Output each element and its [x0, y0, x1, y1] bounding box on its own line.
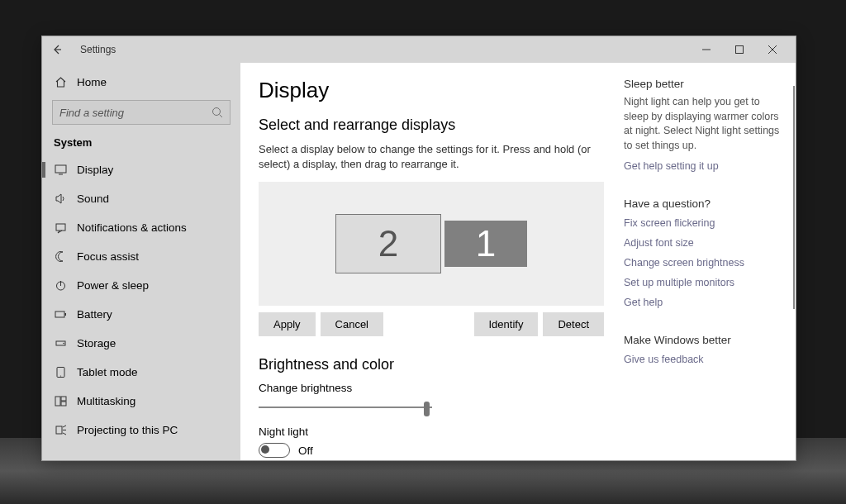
multitask-icon	[54, 395, 67, 407]
sidebar-item-label: Battery	[77, 308, 112, 321]
close-icon	[768, 45, 777, 54]
category-label: System	[42, 131, 240, 155]
svg-rect-0	[736, 46, 744, 54]
svg-rect-14	[56, 426, 62, 434]
rail-link-monitors[interactable]: Set up multiple monitors	[624, 274, 786, 291]
moon-icon	[54, 250, 67, 263]
sidebar-item-label: Display	[77, 164, 113, 176]
rail-link-fontsize[interactable]: Adjust font size	[624, 235, 786, 251]
night-light-toggle[interactable]	[259, 443, 290, 458]
sidebar-item-sound[interactable]: Sound	[42, 184, 240, 213]
svg-rect-6	[64, 313, 66, 316]
svg-point-1	[213, 108, 221, 116]
svg-rect-12	[61, 397, 66, 401]
rail-question-heading: Have a question?	[624, 197, 786, 210]
sidebar-item-multitasking[interactable]: Multitasking	[42, 387, 240, 416]
arrow-left-icon	[51, 44, 63, 55]
storage-icon	[54, 337, 67, 349]
project-icon	[54, 424, 67, 436]
svg-rect-13	[61, 402, 66, 406]
section-rearrange-desc: Select a display below to change the set…	[259, 142, 604, 172]
display-buttons: Apply Cancel Identify Detect	[259, 312, 604, 336]
maximize-button[interactable]	[723, 36, 756, 63]
sidebar-item-label: Notifications & actions	[77, 221, 187, 234]
window-controls	[690, 36, 789, 63]
sidebar-item-display[interactable]: Display	[42, 155, 240, 184]
close-button[interactable]	[756, 36, 789, 63]
sidebar-item-focus-assist[interactable]: Focus assist	[42, 242, 240, 271]
display-2[interactable]: 2	[335, 214, 441, 273]
identify-button[interactable]: Identify	[474, 312, 539, 336]
settings-window: Settings Home System Display	[41, 36, 796, 461]
tablet-icon	[54, 366, 67, 378]
change-brightness-label: Change brightness	[259, 382, 604, 394]
rail-link-gethelp[interactable]: Get help	[624, 294, 786, 311]
sidebar-item-label: Projecting to this PC	[77, 424, 178, 436]
home-button[interactable]: Home	[42, 69, 240, 95]
rail-sleep-body: Night light can help you get to sleep by…	[624, 95, 786, 153]
display-1[interactable]: 1	[444, 221, 527, 267]
power-icon	[54, 279, 67, 292]
rail-sleep-heading: Sleep better	[624, 78, 786, 90]
sidebar-item-label: Sound	[77, 193, 109, 205]
home-icon	[54, 76, 67, 88]
sidebar-item-projecting[interactable]: Projecting to this PC	[42, 416, 240, 445]
minimize-icon	[702, 45, 711, 54]
page-title: Display	[259, 78, 604, 103]
sidebar-item-label: Storage	[77, 337, 116, 349]
apply-button[interactable]: Apply	[259, 312, 316, 336]
rail-link-flickering[interactable]: Fix screen flickering	[624, 215, 786, 231]
sidebar-item-storage[interactable]: Storage	[42, 329, 240, 358]
rail-sleep-link[interactable]: Get help setting it up	[624, 158, 786, 174]
toggle-knob	[261, 445, 269, 454]
battery-icon	[54, 308, 67, 321]
section-rearrange-heading: Select and rearrange displays	[259, 116, 604, 134]
notifications-icon	[54, 221, 67, 234]
svg-rect-3	[56, 224, 65, 231]
section-brightness-heading: Brightness and color	[259, 356, 604, 373]
home-label: Home	[77, 76, 107, 88]
sidebar-item-label: Tablet mode	[77, 366, 138, 378]
slider-thumb[interactable]	[424, 402, 430, 416]
main-pane: Display Select and rearrange displays Se…	[240, 63, 796, 460]
rail-feedback-link[interactable]: Give us feedback	[624, 351, 786, 368]
monitor-icon	[54, 164, 67, 176]
svg-point-10	[59, 375, 60, 376]
detect-button[interactable]: Detect	[543, 312, 604, 336]
sidebar-item-label: Focus assist	[77, 250, 139, 263]
minimize-button[interactable]	[690, 36, 723, 63]
titlebar: Settings	[42, 36, 796, 63]
sidebar-item-tablet-mode[interactable]: Tablet mode	[42, 358, 240, 387]
svg-rect-5	[55, 311, 64, 317]
help-rail: Sleep better Night light can help you ge…	[620, 78, 786, 460]
svg-point-8	[63, 343, 64, 345]
search-input[interactable]	[59, 107, 212, 119]
night-light-state: Off	[298, 445, 313, 457]
sidebar-item-label: Multitasking	[77, 395, 135, 407]
display-arranger[interactable]: 2 1	[259, 182, 604, 306]
rail-link-brightness[interactable]: Change screen brightness	[624, 254, 786, 271]
scrollbar[interactable]	[793, 86, 795, 309]
brightness-slider[interactable]	[259, 399, 432, 416]
back-button[interactable]	[49, 44, 65, 55]
search-box[interactable]	[52, 100, 231, 125]
cancel-button[interactable]: Cancel	[321, 312, 383, 336]
maximize-icon	[735, 45, 744, 54]
svg-rect-2	[55, 165, 66, 173]
svg-rect-11	[55, 397, 60, 406]
rail-feedback-heading: Make Windows better	[624, 334, 786, 346]
sidebar-item-label: Power & sleep	[77, 279, 149, 292]
slider-track	[259, 407, 432, 408]
window-title: Settings	[80, 44, 116, 55]
night-light-label: Night light	[259, 426, 604, 438]
speaker-icon	[54, 193, 67, 205]
sidebar-item-power-sleep[interactable]: Power & sleep	[42, 271, 240, 300]
sidebar: Home System Display Sound Notifications …	[42, 63, 240, 460]
sidebar-item-battery[interactable]: Battery	[42, 300, 240, 329]
sidebar-item-notifications[interactable]: Notifications & actions	[42, 213, 240, 242]
search-icon	[212, 107, 223, 118]
